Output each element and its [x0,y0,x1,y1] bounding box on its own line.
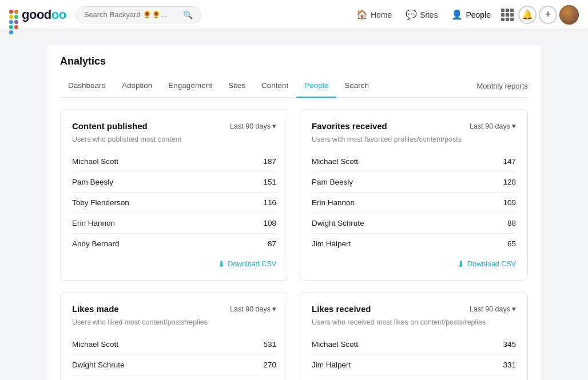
sites-icon: 💬 [406,9,417,20]
stat-value: 531 [263,340,276,349]
logo-dot [14,10,18,14]
tab-engagement[interactable]: Engagement [160,77,220,98]
table-row: Andy Bernard 87 [72,234,276,254]
person-name: Andy Bernard [72,239,120,248]
person-name: Dwight Schrute [72,361,125,369]
logo-dot [9,10,13,14]
tab-sites[interactable]: Sites [220,77,253,98]
tab-dashboard[interactable]: Dashboard [60,77,114,98]
table-row: Michael Scott 187 [72,151,276,172]
tab-people[interactable]: People [296,77,336,98]
header: goodoo 🔍 🏠 Home 💬 Sites 👤 People [0,0,588,30]
logo-dot [9,25,13,29]
table-row: Erin Hannon 108 [72,213,276,234]
grid-dot [510,13,514,17]
favorites-received-period[interactable]: Last 90 days ▾ [470,122,516,130]
analytics-body: Content published Last 90 days ▾ Users w… [46,98,542,380]
stat-value: 270 [263,361,276,369]
stat-value: 108 [263,219,276,227]
favorites-received-header: Favorites received Last 90 days ▾ [312,121,516,131]
grid-dot [501,9,504,12]
tab-content[interactable]: Content [253,77,296,98]
analytics-tabs: Dashboard Adoption Engagement Sites Cont… [60,77,528,98]
content-published-title: Content published [72,121,148,131]
notifications-button[interactable]: 🔔 [518,6,537,24]
favorites-received-subtitle: Users with most favorited profiles/conte… [312,135,516,143]
table-row: Jim Halpert 65 [312,234,516,254]
favorites-received-rows: Michael Scott 147 Pam Beesly 128 Erin Ha… [312,151,516,254]
logo-dot [14,15,18,19]
person-name: Erin Hannon [72,219,115,227]
stat-value: 116 [263,198,276,207]
likes-made-title: Likes made [72,304,119,314]
likes-received-title: Likes received [312,304,371,314]
chevron-down-icon: ▾ [512,305,516,313]
monthly-reports-link[interactable]: Monthly reports [476,77,528,97]
stat-value: 151 [263,178,276,186]
person-name: Michael Scott [312,157,358,166]
logo-dot [9,30,13,34]
table-row: Michael Scott 531 [72,334,276,355]
likes-made-header: Likes made Last 90 days ▾ [72,304,276,314]
plus-icon: + [545,9,551,21]
analytics-card: Analytics Dashboard Adoption Engagement … [46,43,542,380]
nav-item-people[interactable]: 👤 People [446,6,496,23]
likes-received-header: Likes received Last 90 days ▾ [312,304,516,314]
person-name: Michael Scott [72,340,118,349]
stat-value: 65 [507,239,516,248]
stat-value: 88 [507,219,516,227]
favorites-received-download[interactable]: ⬇ Download CSV [312,259,516,269]
likes-made-period[interactable]: Last 90 days ▾ [230,305,276,313]
person-name: Jim Halpert [312,239,351,248]
content-published-rows: Michael Scott 187 Pam Beesly 151 Toby Fl… [72,151,276,254]
likes-received-period[interactable]: Last 90 days ▾ [470,305,516,313]
analytics-header: Analytics Dashboard Adoption Engagement … [46,44,542,98]
stat-value: 87 [268,239,276,248]
table-row: Michael Scott 147 [312,151,516,172]
grid-dot [506,9,509,12]
favorites-received-card: Favorites received Last 90 days ▾ Users … [300,109,528,281]
grid-dot [510,18,514,21]
table-row: Pam Beesly 316 [312,375,516,380]
table-row: Toby Flenderson 116 [72,193,276,213]
stat-value: 147 [503,157,516,166]
stat-value: 345 [503,340,516,349]
tab-search[interactable]: Search [336,77,377,98]
main-content: Analytics Dashboard Adoption Engagement … [0,30,588,380]
home-icon: 🏠 [356,9,368,20]
content-published-period[interactable]: Last 90 days ▾ [230,122,276,130]
search-bar[interactable]: 🔍 [76,6,201,23]
logo-dot [9,20,13,24]
nav-item-home[interactable]: 🏠 Home [351,6,398,23]
logo[interactable]: goodoo [9,7,66,22]
logo-dot [14,20,18,24]
table-row: Jim Halpert 331 [312,355,516,375]
download-icon: ⬇ [218,259,225,269]
search-icon: 🔍 [183,10,193,19]
table-row: Pam Beesly 128 [312,172,516,193]
search-input[interactable] [84,10,180,19]
person-name: Pam Beesly [312,178,353,186]
logo-dot [9,15,13,19]
logo-dots [9,10,19,20]
favorites-received-title: Favorites received [312,121,387,131]
download-icon: ⬇ [458,259,464,269]
avatar[interactable] [559,5,579,25]
tab-adoption[interactable]: Adoption [114,77,160,98]
nav-label-people: People [466,10,491,19]
nav-items: 🏠 Home 💬 Sites 👤 People 🔔 + [351,5,579,25]
nav-item-sites[interactable]: 💬 Sites [400,6,443,23]
table-row: Andy Bernard 260 [72,375,276,380]
apps-grid-icon[interactable] [499,6,516,23]
table-row: Erin Hannon 109 [312,193,516,213]
analytics-title: Analytics [60,55,528,67]
add-button[interactable]: + [539,6,557,24]
chevron-down-icon: ▾ [512,122,516,130]
table-row: Michael Scott 345 [312,334,516,355]
people-icon: 👤 [451,9,463,20]
content-published-download[interactable]: ⬇ Download CSV [72,259,276,269]
content-published-card: Content published Last 90 days ▾ Users w… [60,109,288,281]
table-row: Pam Beesly 151 [72,172,276,193]
avatar-image [559,5,579,25]
chevron-down-icon: ▾ [272,305,276,313]
